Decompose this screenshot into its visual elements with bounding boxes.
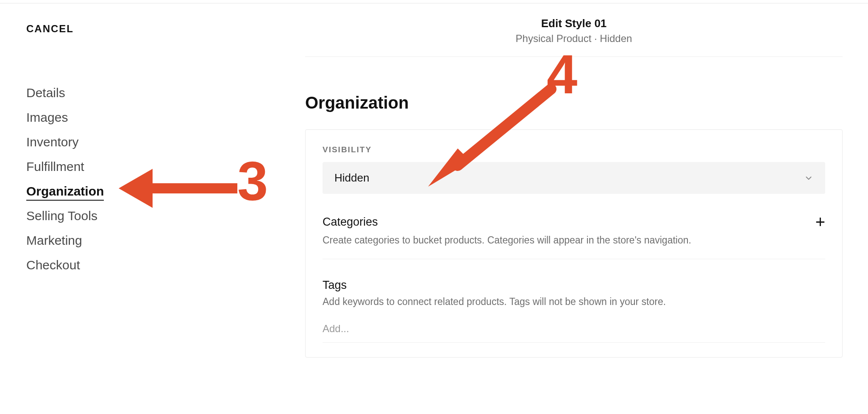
- add-category-button[interactable]: +: [815, 213, 825, 230]
- sidebar-item-label: Selling Tools: [26, 209, 97, 223]
- visibility-value: Hidden: [334, 171, 369, 185]
- page-subtitle: Physical Product · Hidden: [305, 33, 843, 45]
- sidebar-item-label: Details: [26, 86, 65, 100]
- plus-icon: +: [815, 213, 825, 231]
- categories-title: Categories: [323, 215, 378, 229]
- page-title: Edit Style 01: [305, 17, 843, 30]
- sidebar-item-selling-tools[interactable]: Selling Tools: [26, 204, 153, 228]
- visibility-label: VISIBILITY: [323, 145, 825, 154]
- annotation-number: 3: [237, 149, 268, 213]
- tags-desc: Add keywords to connect related products…: [323, 296, 825, 308]
- section-title-organization: Organization: [305, 93, 843, 112]
- sidebar-item-marketing[interactable]: Marketing: [26, 228, 153, 253]
- sidebar-item-label: Images: [26, 110, 68, 124]
- sidebar-item-label: Fulfillment: [26, 159, 84, 173]
- sidebar-item-inventory[interactable]: Inventory: [26, 130, 153, 154]
- chevron-down-icon: [804, 173, 813, 183]
- page-header: Edit Style 01 Physical Product · Hidden: [305, 17, 843, 57]
- organization-panel: VISIBILITY Hidden Categories + Create ca…: [305, 129, 843, 358]
- sidebar-item-checkout[interactable]: Checkout: [26, 253, 153, 277]
- sidebar-item-label: Inventory: [26, 135, 78, 149]
- sidebar-item-details[interactable]: Details: [26, 81, 153, 105]
- categories-desc: Create categories to bucket products. Ca…: [323, 235, 825, 246]
- visibility-select[interactable]: Hidden: [323, 162, 825, 194]
- sidebar-item-label: Checkout: [26, 258, 80, 272]
- sidebar-nav: Details Images Inventory Fulfillment Org…: [26, 81, 153, 277]
- tags-title: Tags: [323, 279, 825, 292]
- sidebar-item-label: Marketing: [26, 233, 82, 247]
- sidebar-item-organization[interactable]: Organization: [26, 179, 153, 204]
- tags-row: Tags Add keywords to connect related pro…: [323, 279, 825, 347]
- sidebar-item-label: Organization: [26, 184, 104, 201]
- tags-input[interactable]: [323, 319, 825, 343]
- main-content: Organization VISIBILITY Hidden Categorie…: [305, 93, 843, 358]
- arrow-shaft: [148, 183, 237, 193]
- categories-row: Categories + Create categories to bucket…: [323, 213, 825, 259]
- sidebar-item-fulfillment[interactable]: Fulfillment: [26, 154, 153, 179]
- top-border: [0, 0, 868, 3]
- sidebar-item-images[interactable]: Images: [26, 105, 153, 130]
- cancel-button[interactable]: CANCEL: [26, 23, 74, 35]
